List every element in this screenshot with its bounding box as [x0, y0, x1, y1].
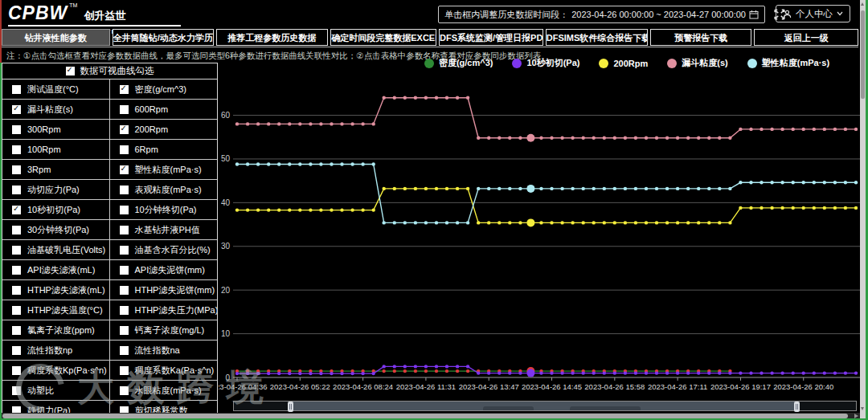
parameter-label[interactable]: 30分钟终切(Pa): [27, 224, 89, 236]
parameter-cell: 30分钟终切(Pa): [2, 220, 110, 239]
parameter-label[interactable]: 流性指数na: [135, 345, 180, 357]
parameter-label[interactable]: 水基钻井液PH值: [135, 224, 200, 236]
tab-3[interactable]: 确定时间段完整数据EXCEL格式下载: [330, 29, 436, 46]
parameter-label[interactable]: 3Rpm: [27, 165, 51, 174]
chart-area[interactable]: 01020304050602023-04-26 04:362023-04-26 …: [219, 74, 862, 395]
parameter-label[interactable]: 塑性粘度(mPa·s): [135, 164, 202, 176]
legend-item-4[interactable]: 塑性粘度(mPa·s): [747, 57, 829, 69]
parameter-label[interactable]: 密度(g/cm^3): [135, 84, 186, 96]
time-range-picker[interactable]: 单击框内调整历史数据时间段： 2023-04-26 00:00:00 ~ 202…: [438, 6, 765, 23]
parameter-checkbox[interactable]: [12, 346, 21, 355]
parameter-checkbox[interactable]: [120, 246, 129, 255]
parameter-checkbox[interactable]: [12, 226, 21, 234]
parameter-label[interactable]: 动塑比: [27, 385, 54, 397]
parameter-checkbox[interactable]: [120, 306, 129, 315]
parameter-label[interactable]: 200Rpm: [135, 124, 169, 134]
tab-1[interactable]: 全井筒随钻/动态水力学历史数据: [113, 29, 214, 46]
parameter-label[interactable]: 10秒初切(Pa): [27, 204, 80, 216]
parameter-label[interactable]: 钙离子浓度(mg/L): [135, 324, 205, 336]
chart-plot[interactable]: 01020304050602023-04-26 04:362023-04-26 …: [219, 74, 862, 395]
parameter-checkbox[interactable]: [120, 326, 129, 335]
datazoom-left-handle[interactable]: [288, 402, 293, 412]
parameter-label[interactable]: 600Rpm: [135, 104, 169, 114]
legend-item-1[interactable]: 10秒初切(Pa): [512, 57, 579, 69]
scroll-up-arrow-icon[interactable]: [861, 2, 864, 6]
parameter-checkbox[interactable]: [120, 366, 129, 375]
tab-6[interactable]: 预警报告下载: [650, 29, 751, 46]
parameter-label[interactable]: 动切应力(Pa): [27, 184, 80, 196]
parameter-checkbox[interactable]: [12, 125, 21, 134]
parameter-label[interactable]: API滤失泥饼(mm): [135, 264, 205, 276]
tab-5[interactable]: DFSIMS软件综合报告下载: [546, 29, 649, 46]
datazoom-selection[interactable]: [290, 402, 799, 410]
data-point: [697, 371, 700, 374]
parameter-checkbox[interactable]: [12, 286, 21, 295]
parameter-checkbox[interactable]: [120, 186, 129, 194]
parameter-label[interactable]: 10分钟终切(Pa): [135, 204, 197, 216]
legend-item-2[interactable]: 200Rpm: [599, 57, 648, 69]
parameter-label[interactable]: HTHP滤失压力(MPa): [135, 304, 218, 316]
datazoom-right-handle[interactable]: [794, 402, 800, 412]
tab-0[interactable]: 钻井液性能参数: [2, 29, 110, 46]
vertical-scrollbar-thumb[interactable]: [861, 10, 865, 99]
parameter-cell: 测试温度(°C): [2, 80, 110, 99]
visible-curves-checkbox[interactable]: [66, 67, 75, 75]
parameter-checkbox[interactable]: [120, 105, 129, 114]
parameter-checkbox[interactable]: [12, 165, 21, 174]
parameter-cell: 600Rpm: [110, 100, 218, 119]
sidebar-header: 数据可视曲线勾选: [2, 63, 217, 80]
parameter-checkbox[interactable]: [12, 266, 21, 275]
parameter-label[interactable]: HTHP滤失温度(°C): [27, 304, 103, 316]
parameter-label[interactable]: 测试温度(°C): [27, 84, 79, 96]
parameter-label[interactable]: 流性指数np: [27, 345, 72, 357]
parameter-label[interactable]: 300Rpm: [27, 124, 61, 134]
parameter-checkbox[interactable]: [12, 366, 21, 375]
datazoom-slider[interactable]: [233, 401, 857, 411]
parameter-label[interactable]: 漏斗粘度(s): [27, 104, 73, 116]
parameter-checkbox[interactable]: [120, 85, 129, 94]
tab-7[interactable]: 返回上一级: [754, 29, 858, 46]
parameter-checkbox[interactable]: [120, 346, 129, 355]
parameter-checkbox[interactable]: [120, 226, 129, 234]
parameter-checkbox[interactable]: [12, 85, 21, 94]
parameter-checkbox[interactable]: [120, 125, 129, 134]
vertical-scrollbar[interactable]: [860, 0, 866, 418]
tab-2[interactable]: 推荐工程参数历史数据: [216, 29, 329, 46]
parameter-label[interactable]: 6Rpm: [135, 145, 158, 154]
svg-text:2023-04-26 11:31: 2023-04-26 11:31: [396, 382, 456, 391]
parameter-label[interactable]: 油基含水百分比(%): [135, 244, 211, 256]
parameter-checkbox[interactable]: [120, 386, 129, 395]
parameter-checkbox[interactable]: [12, 306, 21, 315]
data-point: [613, 221, 616, 224]
parameter-checkbox[interactable]: [12, 105, 21, 114]
legend-item-0[interactable]: 密度(g/cm^3): [424, 57, 493, 69]
parameter-label[interactable]: 稠度系数Kp(Pa·s^n): [27, 365, 107, 377]
parameter-checkbox[interactable]: [120, 206, 129, 214]
parameter-label[interactable]: API滤失滤液(mL): [27, 264, 95, 276]
parameter-checkbox[interactable]: [12, 246, 21, 255]
parameter-checkbox[interactable]: [120, 286, 129, 295]
svg-text:0: 0: [225, 373, 230, 382]
parameter-label[interactable]: 油基破乳电压(Volts): [27, 244, 105, 256]
parameter-label[interactable]: 水眼粘度(mPa·s): [135, 385, 202, 397]
parameter-checkbox[interactable]: [12, 386, 21, 395]
parameter-checkbox[interactable]: [120, 165, 129, 174]
tab-4[interactable]: DFS系统监测/管理日报PDF格式下载: [439, 29, 543, 46]
data-point: [560, 187, 563, 190]
parameter-label[interactable]: 稠度系数Ka(Pa·s^n): [135, 365, 215, 377]
legend-item-3[interactable]: 漏斗粘度(s): [667, 57, 727, 69]
parameter-label[interactable]: 100Rpm: [27, 145, 61, 154]
parameter-checkbox[interactable]: [120, 266, 129, 275]
parameter-checkbox[interactable]: [12, 145, 21, 154]
scroll-down-arrow-icon[interactable]: [861, 407, 864, 410]
user-center-menu[interactable]: 个人中心: [776, 5, 850, 22]
parameter-label[interactable]: HTHP滤失泥饼(mm): [135, 284, 215, 296]
parameter-checkbox[interactable]: [120, 145, 129, 154]
parameter-label[interactable]: 氯离子浓度(ppm): [27, 324, 95, 336]
parameter-label[interactable]: HTHP滤失滤液(mL): [27, 284, 105, 296]
parameter-checkbox[interactable]: [12, 186, 21, 194]
parameter-label[interactable]: 表观粘度(mPa·s): [135, 184, 202, 196]
parameter-checkbox[interactable]: [12, 326, 21, 335]
parameter-checkbox[interactable]: [12, 206, 21, 214]
svg-text:20: 20: [221, 286, 231, 295]
